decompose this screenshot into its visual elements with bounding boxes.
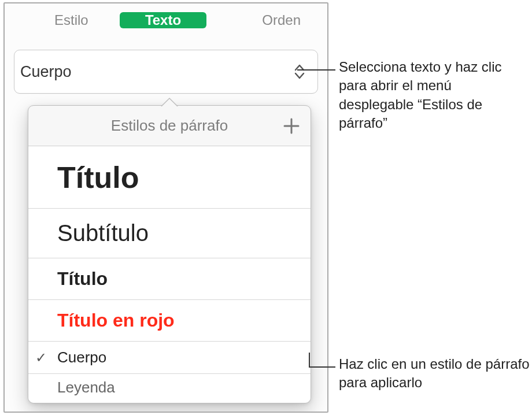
tab-order-wrap: Orden	[209, 3, 327, 37]
style-item-label: Leyenda	[57, 379, 115, 397]
tab-text[interactable]: Texto	[120, 12, 207, 28]
dropdown-header: Estilos de párrafo	[28, 106, 311, 146]
dropdown-title: Estilos de párrafo	[111, 117, 228, 135]
chevron-up-down-icon	[293, 63, 306, 80]
style-item-label: Título	[57, 268, 108, 290]
style-item-subtitle[interactable]: Subtítulo	[28, 209, 311, 258]
add-style-button[interactable]	[283, 117, 300, 135]
tab-text-wrap: Texto	[117, 3, 209, 37]
style-item-heading[interactable]: Título	[28, 258, 311, 300]
callout-leader	[297, 69, 335, 71]
format-panel: Estilo Texto Orden Cuerpo Estilos de pár…	[3, 2, 328, 413]
style-item-caption[interactable]: Leyenda	[28, 374, 311, 403]
callout-leader	[309, 353, 310, 368]
plus-icon	[283, 117, 300, 135]
style-item-label: Título en rojo	[57, 310, 175, 331]
style-item-body[interactable]: ✓ Cuerpo	[28, 342, 311, 374]
callout-leader	[309, 366, 335, 368]
tab-style-wrap: Estilo	[5, 3, 117, 37]
style-item-title[interactable]: Título	[28, 146, 311, 209]
style-item-heading-red[interactable]: Título en rojo	[28, 300, 311, 342]
style-item-label: Subtítulo	[57, 220, 149, 246]
tab-style[interactable]: Estilo	[28, 12, 115, 28]
tab-order[interactable]: Orden	[238, 12, 325, 28]
paragraph-style-popup-button[interactable]: Cuerpo	[14, 50, 318, 94]
style-item-label: Cuerpo	[57, 349, 106, 366]
style-item-label: Título	[57, 160, 139, 195]
callout-text: Haz clic en un estilo de párrafo para ap…	[339, 355, 530, 392]
checkmark-icon: ✓	[35, 350, 47, 366]
panel-tabs: Estilo Texto Orden	[5, 3, 327, 37]
paragraph-styles-dropdown: Estilos de párrafo Título Subtítulo Títu…	[28, 105, 311, 403]
paragraph-style-current-label: Cuerpo	[20, 63, 72, 81]
callout-text: Selecciona texto y haz clic para abrir e…	[339, 58, 530, 133]
